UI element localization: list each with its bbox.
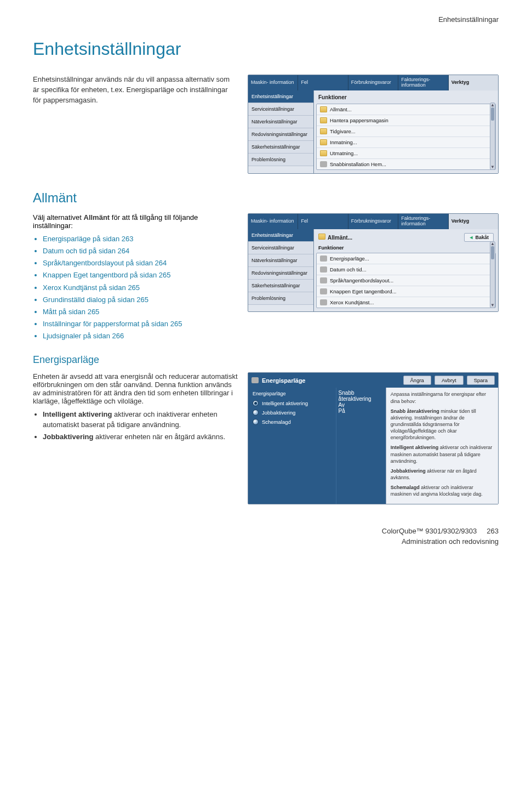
tab-fel[interactable]: Fel	[298, 75, 348, 90]
tab-forbrukning[interactable]: Förbrukningsvaror	[348, 75, 398, 90]
page-footer: ColorQube™ 9301/9302/9303263 Administrat…	[33, 526, 499, 547]
chevron-up-icon[interactable]: ▲	[490, 242, 495, 246]
list-item[interactable]: Knappen Eget tangentbord...	[317, 286, 495, 297]
folder-icon	[320, 128, 327, 134]
list-item[interactable]: Allmänt...	[317, 104, 495, 115]
list-item[interactable]: Xerox Kundtjänst...	[317, 297, 495, 308]
sidebar-item-enhet[interactable]: Enhetsinställningar	[248, 90, 313, 103]
spara-button[interactable]: Spara	[467, 376, 495, 385]
tab-fakturering[interactable]: Fakturerings- information	[398, 214, 448, 229]
esp-bullets: Intelligent aktivering aktiverar och ina…	[43, 410, 238, 442]
back-arrow-icon: ◄	[469, 235, 474, 240]
panel1-subhead: Funktioner	[318, 94, 347, 100]
opt-av[interactable]: Av	[339, 402, 384, 408]
list-item-label: Knappen Eget tangentbord...	[330, 288, 397, 294]
chevron-down-icon[interactable]: ▼	[490, 165, 495, 169]
folder-icon	[320, 117, 327, 123]
scrollbar[interactable]: ▲ ▼	[490, 103, 495, 170]
chevron-up-icon[interactable]: ▲	[490, 103, 495, 107]
list-item-label: Tidgivare...	[330, 128, 356, 134]
list-item[interactable]: Energisparläge...	[317, 253, 495, 264]
tool-icon	[320, 299, 327, 305]
folder-icon	[320, 106, 327, 112]
running-header: Enhetsinställningar	[33, 15, 499, 24]
radio-icon	[253, 400, 259, 406]
list-item-label: Xerox Kundtjänst...	[330, 299, 374, 305]
panel1-list: Allmänt...Hantera pappersmagasinTidgivar…	[316, 104, 496, 170]
description-pane: Anpassa inställningarna för energispar e…	[386, 388, 498, 504]
sidebar-item-redovisning[interactable]: Redovisningsinställningar	[248, 128, 313, 141]
sidebar-item-service[interactable]: Serviceinställningar	[248, 242, 313, 254]
tab-maskin[interactable]: Maskin- information	[248, 214, 298, 229]
sidebar-item-problem[interactable]: Problemlösning	[248, 154, 313, 166]
bullet-link: Inställningar för pappersformat på sidan…	[43, 319, 238, 329]
tool-icon	[320, 266, 327, 272]
opt-jobb[interactable]: Jobbaktivering	[250, 408, 334, 417]
bullet-intelligent: Intelligent aktivering aktiverar och ina…	[43, 410, 238, 429]
esp-para1: Enheten är avsedd att vara energisnål oc…	[33, 372, 238, 405]
scrollbar-thumb[interactable]	[491, 107, 494, 121]
list-item[interactable]: Språk/tangentbordslayout...	[317, 275, 495, 286]
tool-icon	[320, 161, 327, 167]
opt-intelligent[interactable]: Intelligent aktivering	[250, 399, 334, 408]
panel3-title: Energisparläge	[262, 377, 305, 384]
sidebar-item-enhet[interactable]: Enhetsinställningar	[248, 229, 313, 242]
bullet-link: Datum och tid på sidan 264	[43, 246, 238, 256]
sidebar-item-service[interactable]: Serviceinställningar	[248, 103, 313, 116]
list-item-label: Inmatning...	[330, 139, 357, 145]
sidebar-item-natverk[interactable]: Nätverksinställningar	[248, 116, 313, 128]
avbryt-button[interactable]: Avbryt	[434, 376, 464, 385]
bullet-link: Mått på sidan 265	[43, 307, 238, 317]
list-item-label: Snabbinstallation Hem...	[330, 161, 386, 167]
back-button[interactable]: ◄Bakåt	[464, 233, 494, 242]
list-item[interactable]: Tidgivare...	[317, 126, 495, 137]
list-item[interactable]: Inmatning...	[317, 137, 495, 148]
list-item-label: Energisparläge...	[330, 255, 369, 262]
scrollbar-thumb[interactable]	[491, 246, 494, 259]
tab-fakturering[interactable]: Fakturerings- information	[398, 75, 448, 90]
tab-verktyg[interactable]: Verktyg	[449, 75, 498, 90]
page-title: Enhetsinställningar	[33, 39, 499, 59]
chevron-down-icon[interactable]: ▼	[490, 303, 495, 308]
sidebar-item-sakerhet[interactable]: Säkerhetsinställningar	[248, 280, 313, 292]
bullet-jobb: Jobbaktivering aktiverar enheten när en …	[43, 432, 238, 442]
angra-button[interactable]: Ångra	[403, 376, 431, 385]
tools-panel-2: Maskin- information Fel Förbrukningsvaro…	[248, 213, 499, 312]
list-item-label: Allmänt...	[330, 106, 352, 112]
bullet-link: Ljudsignaler på sidan 266	[43, 331, 238, 341]
tab-maskin[interactable]: Maskin- information	[248, 75, 298, 90]
bullet-link: Xerox Kundtjänst på sidan 265	[43, 283, 238, 293]
list-item-label: Språk/tangentbordslayout...	[330, 277, 393, 283]
snabb-col: Snabb återaktivering Av På	[336, 388, 386, 504]
radio-icon	[253, 410, 259, 416]
tab-verktyg[interactable]: Verktyg	[449, 214, 498, 229]
sidebar-item-problem[interactable]: Problemlösning	[248, 292, 313, 305]
list-item[interactable]: Hantera pappersmagasin	[317, 115, 495, 126]
tool-icon	[320, 288, 327, 294]
sidebar-item-natverk[interactable]: Nätverksinställningar	[248, 254, 313, 267]
list-item[interactable]: Datum och tid...	[317, 264, 495, 275]
tab-forbrukning[interactable]: Förbrukningsvaror	[348, 214, 398, 229]
bullet-link: Grundinställd dialog på sidan 265	[43, 295, 238, 305]
folder-icon	[318, 234, 325, 240]
opt-pa[interactable]: På	[339, 408, 384, 414]
folder-icon	[320, 150, 327, 156]
energispar-panel: Energisparläge Ångra Avbryt Spara Energi…	[248, 372, 499, 504]
energispar-col: Energisparläge Intelligent aktivering Jo…	[248, 388, 336, 504]
section-allmant-heading: Allmänt	[33, 190, 499, 206]
tab-fel[interactable]: Fel	[298, 214, 348, 229]
bullet-link: Språk/tangentbordslayout på sidan 264	[43, 258, 238, 268]
opt-schemalagd[interactable]: Schemalagd	[250, 417, 334, 427]
allmant-bullet-list: Energisparläge på sidan 263Datum och tid…	[43, 234, 238, 342]
list-item[interactable]: Snabbinstallation Hem...	[317, 159, 495, 169]
list-item[interactable]: Utmatning...	[317, 148, 495, 159]
sidebar-item-sakerhet[interactable]: Säkerhetsinställningar	[248, 141, 313, 154]
bullet-link: Knappen Eget tangentbord på sidan 265	[43, 270, 238, 280]
tab-bar: Maskin- information Fel Förbrukningsvaro…	[248, 75, 498, 90]
scrollbar[interactable]: ▲ ▼	[490, 241, 495, 308]
allmant-lead-pre: Välj alternativet	[33, 213, 84, 222]
panel2-subhead2: Funktioner	[316, 245, 496, 253]
list-item-label: Utmatning...	[330, 150, 358, 156]
sidebar-item-redovisning[interactable]: Redovisningsinställningar	[248, 267, 313, 280]
panel2-subhead: Allmänt...	[328, 235, 352, 241]
